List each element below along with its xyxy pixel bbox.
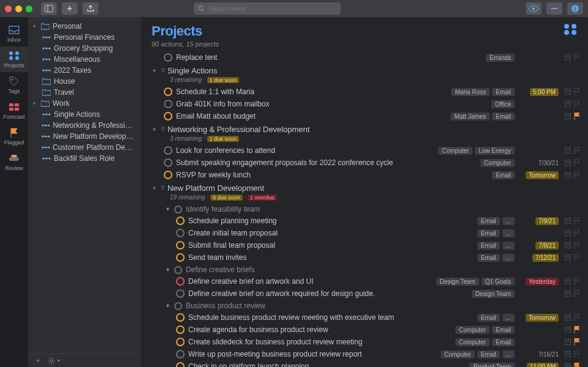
note-icon[interactable]: [565, 314, 571, 321]
note-icon[interactable]: [565, 291, 571, 297]
tag[interactable]: Email: [477, 242, 500, 250]
rail-inbox[interactable]: Inbox: [0, 21, 28, 46]
note-icon[interactable]: [565, 363, 571, 367]
tag[interactable]: ...: [502, 242, 515, 250]
task-row[interactable]: Replace tentErrands: [141, 51, 588, 64]
task-row[interactable]: Submit final team proposalEmail...7/8/21: [141, 239, 588, 251]
disclosure-icon[interactable]: ▾: [33, 23, 39, 29]
flag-icon[interactable]: [574, 350, 581, 358]
flag-icon[interactable]: [574, 100, 581, 108]
sidebar-project[interactable]: New Platform Development: [28, 131, 141, 142]
view-button[interactable]: [526, 2, 542, 15]
note-icon[interactable]: [565, 101, 571, 107]
project-group-header[interactable]: ▼⠿Single Actions: [141, 64, 588, 76]
add-project-button[interactable]: ＋: [34, 355, 42, 366]
project-group-header[interactable]: ▼⠿New Platform Development: [141, 181, 588, 194]
sidebar-project[interactable]: Single Actions: [28, 109, 141, 120]
sidebar-project[interactable]: 2022 Taxes: [28, 65, 141, 76]
project-group-header[interactable]: ▼⠿Networking & Professional Development: [141, 122, 588, 135]
grip-icon[interactable]: ⠿: [161, 185, 164, 191]
tag[interactable]: Email: [492, 326, 515, 334]
tag[interactable]: Design Team: [436, 278, 479, 286]
focus-button[interactable]: [546, 2, 562, 15]
task-row[interactable]: Write up post-meeting business product r…: [141, 348, 588, 360]
status-circle[interactable]: [176, 229, 185, 237]
tag[interactable]: Email: [492, 171, 515, 179]
task-row[interactable]: Grab 401K info from mailboxOffice: [141, 98, 588, 110]
note-icon[interactable]: [565, 218, 571, 224]
tag[interactable]: Email: [492, 113, 515, 120]
tag[interactable]: Computer: [441, 350, 475, 358]
sidebar-project[interactable]: Miscellaneous: [28, 54, 141, 65]
search-input[interactable]: [194, 2, 340, 15]
sidebar-project[interactable]: Grocery Shopping: [28, 43, 141, 54]
flag-icon[interactable]: [574, 363, 581, 367]
status-circle[interactable]: [176, 241, 185, 250]
tag[interactable]: Maria Ross: [451, 88, 490, 96]
status-circle[interactable]: [174, 206, 182, 213]
flag-icon[interactable]: [574, 113, 581, 120]
minimize-window-icon[interactable]: [15, 6, 22, 12]
task-row[interactable]: Create agenda for business product revie…: [141, 324, 588, 336]
action-group-header[interactable]: ▼Business product review: [141, 300, 588, 311]
flag-icon[interactable]: [574, 217, 581, 224]
disclosure-icon[interactable]: ▼: [165, 303, 171, 309]
status-circle[interactable]: [176, 350, 185, 358]
task-row[interactable]: Define creative brief on artwork and UID…: [141, 275, 588, 287]
note-icon[interactable]: [565, 172, 571, 178]
note-icon[interactable]: [565, 113, 571, 119]
sidebar-project[interactable]: Travel: [28, 87, 141, 98]
maximize-window-icon[interactable]: [26, 6, 32, 12]
status-circle[interactable]: [164, 146, 172, 155]
new-item-button[interactable]: [62, 2, 78, 15]
flag-icon[interactable]: [574, 159, 581, 166]
sidebar-project[interactable]: Personal Finances: [28, 32, 141, 43]
disclosure-icon[interactable]: ▾: [33, 100, 39, 106]
action-group-header[interactable]: ▼Define creative briefs: [141, 264, 588, 275]
note-icon[interactable]: [565, 160, 571, 166]
task-row[interactable]: Schedule business product review meeting…: [141, 311, 588, 324]
status-circle[interactable]: [164, 112, 172, 120]
status-circle[interactable]: [164, 53, 172, 62]
status-circle[interactable]: [164, 100, 172, 108]
tag[interactable]: Matt James: [450, 113, 490, 120]
note-icon[interactable]: [565, 339, 571, 345]
tag[interactable]: Email: [477, 350, 500, 358]
status-circle[interactable]: [174, 302, 182, 310]
tag[interactable]: Email: [492, 88, 515, 96]
tag[interactable]: ...: [502, 217, 515, 225]
chevron-down-icon[interactable]: ▾: [57, 358, 60, 363]
grip-icon[interactable]: ⠿: [161, 126, 164, 133]
flag-icon[interactable]: [574, 229, 581, 237]
tag[interactable]: Office: [491, 100, 515, 108]
tag[interactable]: Computer: [455, 326, 490, 334]
close-window-icon[interactable]: [5, 6, 12, 12]
tag[interactable]: ...: [502, 229, 515, 237]
status-circle[interactable]: [176, 289, 185, 298]
task-row[interactable]: Submit speaking engagement proposals for…: [141, 157, 588, 169]
disclosure-icon[interactable]: ▼: [152, 127, 157, 133]
tag[interactable]: Email: [477, 314, 500, 322]
tag[interactable]: Computer: [455, 338, 490, 346]
tag[interactable]: Email: [492, 338, 515, 346]
sidebar-folder[interactable]: ▾Personal: [28, 21, 141, 32]
flag-icon[interactable]: [574, 242, 581, 249]
status-circle[interactable]: [174, 266, 182, 274]
note-icon[interactable]: [565, 147, 571, 154]
flag-icon[interactable]: [574, 314, 581, 321]
rail-tags[interactable]: Tags: [0, 72, 28, 98]
status-circle[interactable]: [176, 253, 185, 262]
tag[interactable]: Email: [477, 217, 500, 225]
task-row[interactable]: Create initial team proposalEmail...: [141, 227, 588, 239]
task-row[interactable]: Schedule planning meetingEmail...7/9/21: [141, 215, 588, 227]
flag-icon[interactable]: [574, 278, 581, 285]
flag-icon[interactable]: [574, 54, 581, 61]
status-circle[interactable]: [176, 277, 185, 286]
note-icon[interactable]: [565, 242, 571, 248]
task-row[interactable]: Create slidedeck for business product re…: [141, 336, 588, 348]
rail-projects[interactable]: Projects: [0, 46, 28, 72]
disclosure-icon[interactable]: ▼: [165, 206, 171, 212]
disclosure-icon[interactable]: ▼: [152, 68, 157, 74]
task-row[interactable]: Define creative brief on artwork require…: [141, 287, 588, 300]
status-circle[interactable]: [164, 171, 172, 179]
